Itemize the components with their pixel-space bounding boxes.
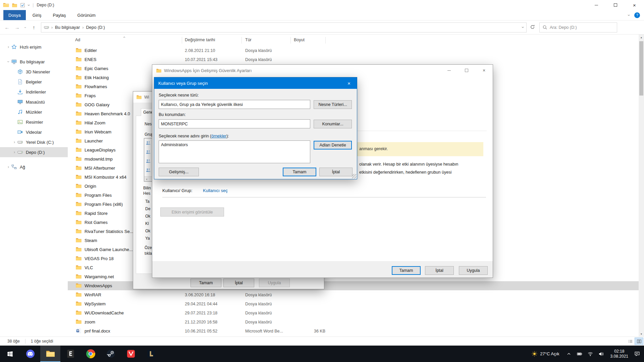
check-names-button[interactable]: Adları Denetle [314,141,352,149]
chevron-right-icon[interactable]: › [11,140,17,144]
taskbar-start[interactable] [0,346,20,362]
advanced-button[interactable]: Gelişmiş... [159,168,199,176]
column-header-boyut[interactable]: Boyut [294,38,305,42]
cancel-button[interactable]: İptal [425,266,454,275]
file-row[interactable]: WpSystem 29.04.2021 04:44 Dosya klasörü [68,299,639,308]
maximize-button[interactable] [458,65,475,76]
sidebar-item-local-disk-c[interactable]: › Yerel Disk (C:) [0,137,68,147]
sidebar-item-desktop[interactable]: Masaüstü [0,97,68,107]
scrollbar-thumb[interactable] [639,41,643,96]
details-view-icon[interactable] [626,338,635,345]
dialog-title-bar[interactable]: Kullanıcı veya Grup seçin [154,77,357,89]
sidebar-item-quick-access[interactable]: › Hızlı erişim [0,42,68,52]
cancel-button[interactable]: İptal [223,279,254,287]
maximize-button[interactable] [606,0,625,10]
tab-giris[interactable]: Giriş [28,10,46,20]
examples-link[interactable]: örnekler [211,134,226,138]
action-center-icon[interactable] [634,351,640,357]
sidebar-item-music[interactable]: Müzikler [0,107,68,117]
scroll-left-arrow-icon[interactable]: ‹ [144,177,149,181]
battery-icon[interactable] [577,351,582,357]
clock[interactable]: 02:18 3.08.2021 [606,349,632,359]
ok-button[interactable]: Tamam [392,266,421,275]
object-names-field[interactable]: Administrators [159,140,310,163]
location-field[interactable]: MONSTERPC [159,119,310,128]
tab-gorunum[interactable]: Görünüm [73,10,100,20]
file-row[interactable]: WUDownloadCache 29.07.2021 23:18 Dosya k… [68,308,639,317]
column-divider[interactable] [241,37,242,44]
ok-button[interactable]: Tamam [283,168,316,176]
resize-grip[interactable] [352,174,356,178]
sidebar-item-videos[interactable]: Videolar [0,127,68,137]
close-button[interactable]: × [475,65,493,76]
up-button[interactable]: ↑ [29,24,39,30]
chevron-right-icon[interactable]: › [5,165,11,169]
scroll-up-arrow-icon[interactable]: ▲ [639,35,644,40]
large-icons-view-icon[interactable] [635,338,643,345]
breadcrumb-this-pc[interactable]: Bu bilgisayar [55,25,80,30]
taskbar-epic-games[interactable] [60,346,80,362]
cancel-button[interactable]: İptal [319,168,353,176]
vertical-scrollbar[interactable]: ▲ ▼ [639,35,644,337]
sidebar-item-3d-objects[interactable]: 3D Nesneler [0,67,68,77]
search-box[interactable]: Ara: Depo (D:) [539,22,617,33]
file-row[interactable]: zoom 21.12.2020 16:58 Dosya klasörü [68,317,639,326]
close-icon[interactable]: × [341,77,357,89]
chevron-right-icon[interactable]: › [11,150,17,155]
scroll-down-arrow-icon[interactable]: ▼ [639,331,644,337]
sidebar-item-documents[interactable]: Belgeler [0,77,68,87]
object-type-label: Seçilecek nesne türü: [159,93,199,98]
tab-paylas[interactable]: Paylaş [48,10,71,20]
column-divider[interactable] [182,37,182,44]
minimize-button[interactable] [440,65,458,76]
taskbar-explorer[interactable] [40,346,60,362]
qat-check-icon[interactable] [20,3,25,8]
select-user-link[interactable]: Kullanıcı seç [203,188,228,193]
column-header-tur[interactable]: Tür [245,38,252,42]
weather-widget[interactable]: 27°C Açık [528,346,563,362]
qat-chevron-down-icon[interactable]: › [26,4,32,6]
chevron-right-icon[interactable]: › [5,45,11,49]
sidebar-item-downloads[interactable]: İndirilenler [0,87,68,97]
sidebar-item-this-pc[interactable]: › Bu bilgisayar [0,57,68,67]
forward-button[interactable]: → [12,24,22,30]
taskbar-league-of-legends[interactable] [141,346,161,362]
hidden-icons-chevron-icon[interactable] [564,352,574,356]
sidebar-item-pictures[interactable]: Resimler [0,117,68,127]
apply-button[interactable]: Uygula [459,266,488,275]
object-type-field[interactable]: Kullanıcı, Grup ya da Yerleşik güvenlik … [159,100,310,109]
title-bar[interactable]: › | Depo (D:) × [0,0,644,10]
file-row[interactable]: WinRAR 3.06.2020 16:18 Dosya klasörü [68,290,639,299]
locations-button[interactable]: Konumlar... [314,120,352,128]
qat-folder-icon[interactable] [12,3,17,8]
minimize-button[interactable] [587,0,606,10]
ok-button[interactable]: Tamam [191,279,221,287]
taskbar-vivaldi[interactable] [121,346,141,362]
file-row[interactable]: Editler 2.08.2021 21:10 Dosya klasörü [68,46,639,55]
tab-dosya[interactable]: Dosya [3,10,26,20]
file-row[interactable]: W pnf final.docx 10.06.2021 05:52 Micros… [68,326,639,336]
chevron-down-icon[interactable]: › [6,59,11,65]
help-icon[interactable]: ? [634,12,640,18]
sidebar-item-network[interactable]: › Ağ [0,162,68,172]
breadcrumb[interactable]: › Bu bilgisayar › Depo (D:) › [41,22,527,33]
network-icon[interactable] [588,351,593,357]
column-divider[interactable] [290,37,291,44]
taskbar-discord[interactable] [20,346,40,362]
recent-locations-chevron-icon[interactable]: › [23,24,28,31]
breadcrumb-depo[interactable]: Depo (D:) [86,25,105,30]
back-button[interactable]: ← [2,24,12,30]
ribbon-expand-chevron-icon[interactable]: › [626,14,631,16]
object-types-button[interactable]: Nesne Türleri... [314,100,352,109]
refresh-icon[interactable] [527,24,538,31]
taskbar-steam[interactable] [101,346,121,362]
column-header-ad[interactable]: Ad [75,38,80,42]
column-header-tarih[interactable]: Değiştirme tarihi [185,38,215,42]
sidebar-item-depo-d[interactable]: › Depo (D:) [0,147,68,157]
address-dropdown-chevron-icon[interactable]: › [520,26,525,28]
file-row[interactable]: ENES 10.07.2021 15:43 Dosya klasörü [68,55,639,64]
column-divider[interactable] [325,37,326,44]
taskbar-chrome[interactable] [80,346,101,362]
volume-icon[interactable] [598,351,604,357]
close-button[interactable]: × [625,0,644,10]
